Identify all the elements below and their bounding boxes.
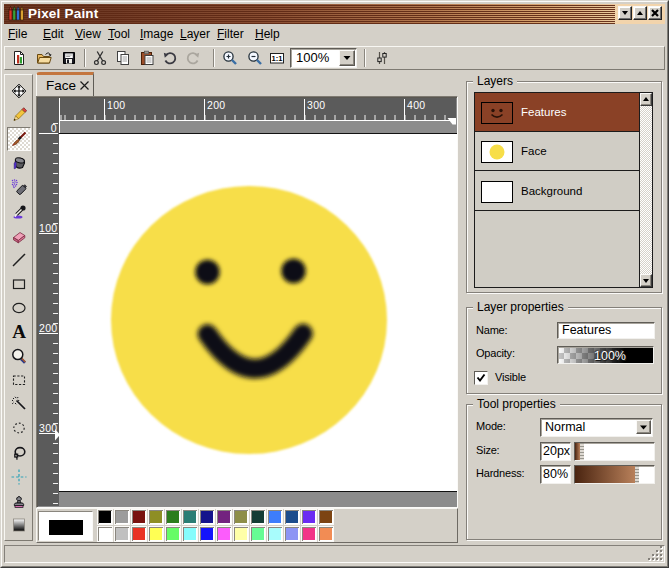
svg-text:1:1: 1:1: [272, 54, 283, 63]
svg-text:A: A: [12, 324, 26, 340]
